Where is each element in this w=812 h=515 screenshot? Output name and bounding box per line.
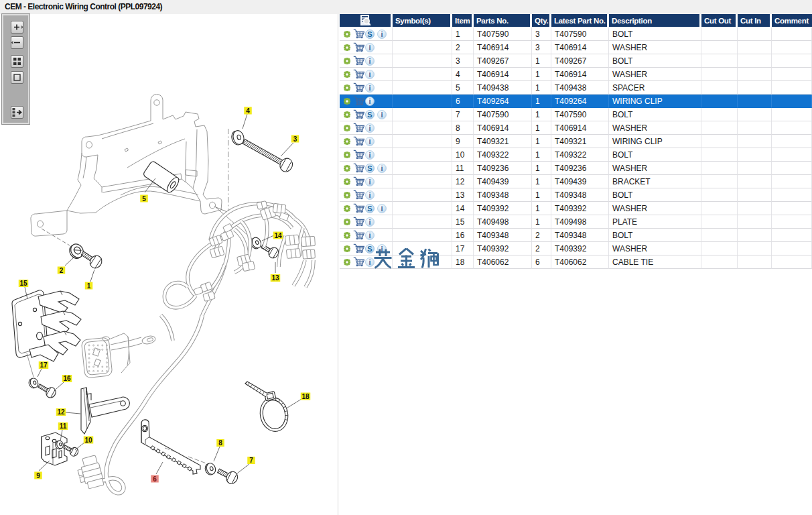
- svg-text:16: 16: [63, 375, 71, 382]
- svg-text:10: 10: [84, 437, 92, 444]
- svg-text:14: 14: [274, 232, 282, 239]
- svg-text:9: 9: [36, 472, 40, 479]
- svg-text:15: 15: [19, 280, 27, 287]
- svg-text:18: 18: [301, 393, 310, 400]
- svg-text:11: 11: [60, 422, 67, 430]
- svg-text:1: 1: [87, 282, 91, 290]
- svg-text:6: 6: [153, 475, 157, 483]
- svg-text:5: 5: [142, 195, 146, 203]
- svg-text:7: 7: [249, 457, 253, 464]
- svg-text:8: 8: [218, 439, 222, 447]
- svg-text:17: 17: [40, 361, 48, 369]
- svg-text:3: 3: [293, 135, 297, 143]
- svg-text:4: 4: [246, 107, 250, 115]
- svg-text:13: 13: [271, 274, 279, 282]
- svg-text:2: 2: [60, 267, 64, 274]
- svg-text:12: 12: [57, 408, 65, 416]
